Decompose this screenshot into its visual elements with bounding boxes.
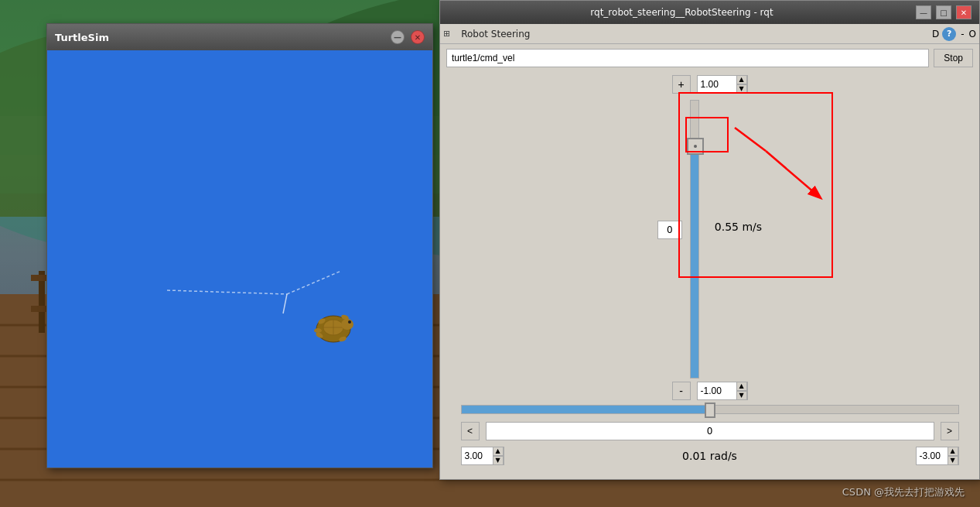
rqt-titlebar-title: rqt_robot_steering__RobotSteering - rqt (448, 7, 916, 18)
slider-thumb-dot (694, 145, 697, 148)
steering-nav-row: < 0 > (455, 419, 965, 444)
rqt-topic-row: Stop (440, 44, 979, 72)
rqt-body: ⊞ Robot Steering D ? - O Stop + ▲ (440, 24, 979, 479)
annotation-arrows (688, 120, 882, 275)
steering-main: + ▲ ▼ 0 (440, 72, 979, 479)
rqt-o-label: O (969, 29, 976, 39)
linear-min-down[interactable]: ▼ (736, 391, 747, 400)
angular-left-spinner: ▲ ▼ (493, 447, 504, 465)
angular-left-up[interactable]: ▲ (493, 447, 504, 456)
horizontal-slider-fill (462, 406, 710, 413)
svg-line-33 (283, 294, 287, 313)
angular-left-value-box: ▲ ▼ (461, 447, 504, 465)
linear-max-box: ▲ ▼ (697, 75, 748, 94)
rqt-close-button[interactable]: ✕ (956, 5, 971, 19)
angular-right-down[interactable]: ▼ (948, 456, 958, 465)
svg-point-32 (314, 328, 322, 333)
angular-right-button[interactable]: > (941, 422, 959, 440)
vertical-slider-fill (691, 146, 698, 378)
svg-line-34 (766, 151, 820, 197)
turtlesim-title: TurtleSim (55, 32, 109, 43)
rqt-menubar: ⊞ Robot Steering D ? - O (440, 24, 979, 44)
linear-max-up[interactable]: ▲ (736, 75, 747, 84)
angular-left-button[interactable]: < (461, 422, 480, 440)
vertical-slider-wrapper (690, 100, 699, 379)
svg-point-27 (348, 320, 351, 324)
stop-button[interactable]: Stop (934, 49, 973, 67)
turtlesim-canvas (47, 50, 432, 468)
vertical-slider-thumb[interactable] (687, 138, 704, 155)
svg-line-35 (735, 128, 766, 151)
turtle-scene (47, 50, 432, 468)
angular-right-up[interactable]: ▲ (948, 447, 958, 456)
horizontal-slider-thumb[interactable] (705, 403, 715, 418)
rqt-dash-label: - (959, 29, 965, 39)
rqt-info-button[interactable]: ? (942, 27, 956, 41)
svg-line-20 (167, 290, 287, 294)
angular-left-down[interactable]: ▼ (493, 456, 504, 465)
annotation-box-main (678, 92, 833, 278)
zero-label: 0 (657, 221, 682, 239)
svg-line-21 (287, 271, 341, 294)
angular-right-value-box: ▲ ▼ (916, 447, 959, 465)
rqt-plugin-label: Robot Steering (455, 27, 536, 41)
rqt-plugin-icon: ⊞ (443, 29, 453, 39)
steering-bottom-row: - ▲ ▼ (672, 382, 748, 400)
rqt-titlebar: rqt_robot_steering__RobotSteering - rqt … (440, 1, 979, 24)
vertical-slider-container: 0 (657, 97, 762, 379)
angular-zero-display: 0 (486, 422, 934, 440)
angular-left-input[interactable] (462, 449, 493, 463)
linear-increase-button[interactable]: + (672, 75, 691, 94)
turtlesim-minimize-button[interactable]: — (391, 30, 405, 44)
angular-zero-value: 0 (707, 426, 713, 437)
watermark: CSDN @我先去打把游戏先 (842, 485, 965, 499)
topic-input[interactable] (446, 49, 929, 67)
rqt-minimize-button[interactable]: — (916, 5, 931, 19)
turtlesim-titlebar-buttons: — ✕ (391, 30, 425, 44)
linear-min-spinner: ▲ ▼ (736, 382, 747, 400)
velocity-display: 0.55 m/s (715, 221, 762, 233)
linear-min-input[interactable] (698, 384, 736, 398)
angular-row: ▲ ▼ 0.01 rad/s ▲ ▼ (455, 444, 965, 468)
rqt-window: rqt_robot_steering__RobotSteering - rqt … (439, 0, 980, 480)
rqt-header-right: D ? - O (932, 27, 976, 41)
angular-velocity-display: 0.01 rad/s (504, 450, 916, 462)
linear-max-down[interactable]: ▼ (736, 84, 747, 94)
angular-right-spinner: ▲ ▼ (948, 447, 958, 465)
turtlesim-titlebar: TurtleSim — ✕ (47, 24, 432, 50)
linear-min-up[interactable]: ▲ (736, 382, 747, 391)
angular-right-input[interactable] (917, 449, 948, 463)
rqt-restore-button[interactable]: □ (936, 5, 951, 19)
linear-max-input[interactable] (698, 77, 736, 91)
rqt-titlebar-buttons: — □ ✕ (916, 5, 971, 19)
svg-point-26 (341, 319, 353, 330)
vertical-slider-track[interactable] (690, 100, 699, 379)
steering-top-row: + ▲ ▼ (672, 75, 748, 94)
rqt-d-label: D (932, 29, 939, 39)
turtlesim-close-button[interactable]: ✕ (411, 30, 425, 44)
linear-min-box: ▲ ▼ (697, 382, 748, 400)
linear-max-spinner: ▲ ▼ (736, 75, 747, 94)
horizontal-slider-row (455, 400, 965, 419)
horizontal-slider-track[interactable] (461, 405, 959, 414)
linear-decrease-button[interactable]: - (672, 382, 691, 400)
turtlesim-window: TurtleSim — ✕ (46, 23, 433, 468)
